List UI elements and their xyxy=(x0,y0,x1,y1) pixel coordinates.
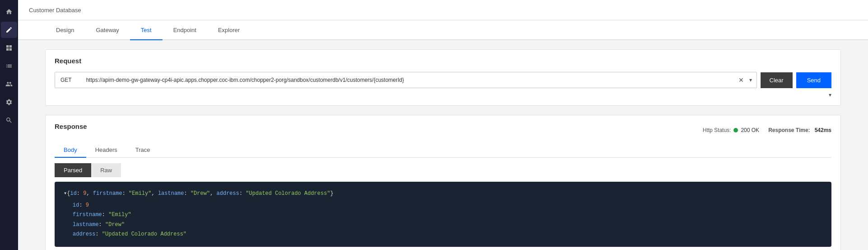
code-line-firstname: firstname: "Emily" xyxy=(64,210,822,220)
response-meta: Http Status: 200 OK Response Time: 542ms xyxy=(703,127,831,133)
code-line-lastname: lastname: "Drew" xyxy=(64,220,822,230)
response-header-row: Response Http Status: 200 OK Response Ti… xyxy=(55,123,831,137)
chevron-down-button[interactable]: ▾ xyxy=(747,75,755,85)
http-status-label: Http Status: xyxy=(703,127,731,133)
sidebar-item-search[interactable] xyxy=(1,112,17,128)
request-controls: ✕ ▾ xyxy=(736,75,757,85)
http-status: Http Status: 200 OK xyxy=(703,127,759,133)
sidebar-item-settings[interactable] xyxy=(1,94,17,110)
main-content: Customer Database Design Gateway Test En… xyxy=(18,0,868,250)
sidebar-item-home[interactable] xyxy=(1,4,17,20)
response-time: Response Time: 542ms xyxy=(768,127,831,133)
toggle-parsed-button[interactable]: Parsed xyxy=(55,163,91,177)
request-input-row: GET ✕ ▾ xyxy=(55,72,757,88)
tab-explorer[interactable]: Explorer xyxy=(207,20,251,40)
response-section: Response Http Status: 200 OK Response Ti… xyxy=(45,115,841,250)
view-toggle: Parsed Raw xyxy=(55,163,831,177)
code-line-id: id: 9 xyxy=(64,201,822,211)
response-tab-trace[interactable]: Trace xyxy=(126,143,159,158)
tab-gateway[interactable]: Gateway xyxy=(85,20,130,40)
response-time-label: Response Time: xyxy=(768,127,810,133)
response-tab-headers[interactable]: Headers xyxy=(86,143,126,158)
response-title: Response xyxy=(55,123,87,130)
response-tab-body[interactable]: Body xyxy=(55,143,86,158)
expand-row: ▾ xyxy=(55,88,831,98)
request-title: Request xyxy=(55,57,831,65)
tabs-bar: Design Gateway Test Endpoint Explorer xyxy=(18,20,868,40)
sidebar-item-edit[interactable] xyxy=(1,22,17,38)
response-tabs: Body Headers Trace xyxy=(55,143,831,158)
expand-button[interactable]: ▾ xyxy=(829,92,831,98)
request-section: Request GET ✕ ▾ Clear Send ▾ xyxy=(45,49,841,106)
toggle-raw-button[interactable]: Raw xyxy=(91,163,121,177)
topbar-title: Customer Database xyxy=(29,7,81,14)
response-code-block: ▾{id: 9, firstname: "Emily", lastname: "… xyxy=(55,182,831,247)
request-method: GET xyxy=(55,72,77,88)
topbar: Customer Database xyxy=(18,0,868,20)
sidebar-item-list[interactable] xyxy=(1,58,17,74)
clear-x-button[interactable]: ✕ xyxy=(736,75,747,85)
tab-design[interactable]: Design xyxy=(45,20,85,40)
sidebar xyxy=(0,0,18,250)
tab-endpoint[interactable]: Endpoint xyxy=(162,20,207,40)
request-url-input[interactable] xyxy=(81,72,732,88)
status-dot-icon xyxy=(733,128,738,132)
send-button[interactable]: Send xyxy=(796,72,831,88)
code-summary: ▾{id: 9, firstname: "Emily", lastname: "… xyxy=(64,189,822,199)
response-time-value: 542ms xyxy=(815,127,831,133)
sidebar-item-users[interactable] xyxy=(1,76,17,92)
tab-test[interactable]: Test xyxy=(130,20,162,40)
code-line-address: address: "Updated Colorado Address" xyxy=(64,230,822,240)
sidebar-item-grid[interactable] xyxy=(1,40,17,56)
content-area: Request GET ✕ ▾ Clear Send ▾ R xyxy=(18,40,868,250)
clear-button[interactable]: Clear xyxy=(761,72,793,88)
status-code-value: 200 OK xyxy=(741,127,759,133)
